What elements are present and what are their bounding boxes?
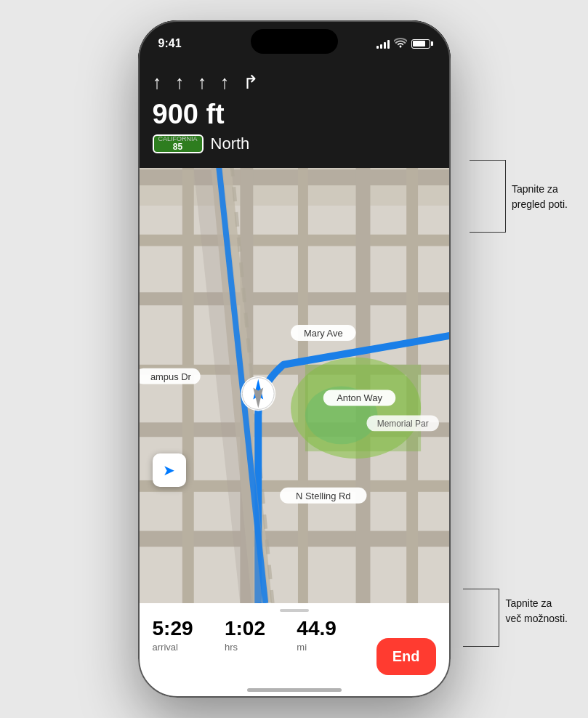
highway-badge-text: CALIFORNIA 85 (158, 136, 198, 152)
duration-stat: 1:02 hrs (225, 618, 297, 653)
wifi-icon (394, 38, 407, 50)
road-info: CALIFORNIA 85 North (153, 134, 436, 153)
turn-right-arrow: ↱ (243, 73, 259, 92)
home-indicator (247, 688, 342, 692)
end-button[interactable]: End (376, 638, 436, 675)
distance-value: 44.9 (297, 618, 337, 640)
arrival-value: 5:29 (153, 618, 193, 640)
bottom-bar[interactable]: 5:29 arrival 1:02 hrs 44.9 mi End (138, 603, 451, 698)
highway-badge: CALIFORNIA 85 (153, 134, 204, 153)
distance-display: 900 ft (153, 99, 436, 130)
arrow-up-1: ↑ (153, 73, 162, 92)
arrow-up-2: ↑ (175, 73, 185, 92)
annotation-bottom-text: Tapnite za več možnosti. (505, 596, 568, 626)
direction-arrows: ↑ ↑ ↑ ↑ ↱ (153, 73, 436, 92)
duration-label: hrs (225, 642, 238, 653)
svg-text:Anton Way: Anton Way (337, 392, 382, 403)
road-name: North (211, 134, 250, 153)
arrow-up-4: ↑ (220, 73, 230, 92)
drag-handle (280, 609, 309, 612)
svg-text:Memorial Par: Memorial Par (376, 419, 428, 429)
signal-icon (376, 39, 390, 49)
battery-icon (411, 39, 430, 49)
location-button[interactable]: ➤ (153, 453, 186, 487)
arrival-label: arrival (153, 642, 178, 653)
arrival-stat: 5:29 arrival (153, 618, 225, 653)
arrow-up-3: ↑ (198, 73, 207, 92)
status-icons (376, 32, 430, 50)
svg-text:ampus Dr: ampus Dr (150, 371, 191, 382)
svg-text:Mary Ave: Mary Ave (303, 328, 342, 339)
distance-stat: 44.9 mi (297, 618, 368, 653)
duration-value: 1:02 (225, 618, 265, 640)
annotation-bottom: Tapnite za več možnosti. (463, 589, 568, 647)
svg-text:N Stelling Rd: N Stelling Rd (296, 491, 350, 501)
distance-label: mi (297, 642, 307, 653)
annotation-top-text: Tapnite za pregled poti. (512, 182, 568, 212)
status-time: 9:41 (158, 31, 182, 50)
phone-frame: 9:41 ↑ ↑ (138, 20, 451, 698)
location-arrow-icon: ➤ (163, 461, 175, 479)
dynamic-island (251, 29, 338, 54)
annotation-top: Tapnite za pregled poti. (470, 160, 568, 233)
nav-header[interactable]: ↑ ↑ ↑ ↑ ↱ 900 ft CALIFORNIA 85 North (138, 61, 451, 168)
